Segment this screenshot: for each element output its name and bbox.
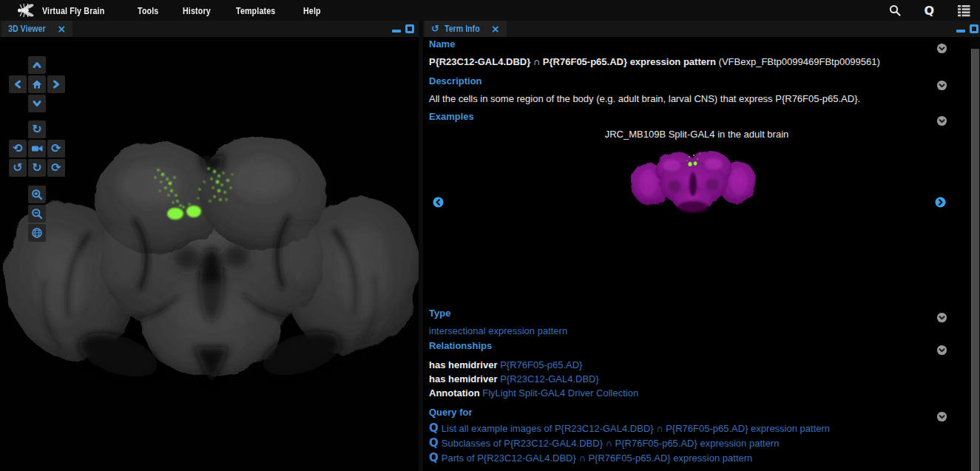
type-value-link[interactable]: intersectional expression pattern <box>429 325 567 336</box>
rotate-loop-icon: ↻ <box>32 123 41 135</box>
globe-icon <box>31 227 43 239</box>
section-label-name: Name <box>429 38 455 50</box>
scrollbar-thumb[interactable] <box>971 49 979 471</box>
term-description: All the cells in some region of the body… <box>429 93 947 104</box>
rotate-ccw-icon: ⟲ <box>13 143 22 155</box>
chevron-left-icon <box>16 81 20 87</box>
query-icon[interactable]: Q <box>924 4 934 18</box>
section-label-examples: Examples <box>429 111 474 122</box>
term-name-value: P{R23C12-GAL4.DBD} ∩ P{R76F05-p65.AD} ex… <box>429 56 947 67</box>
term-info-panel-header: ↺ Term Info × <box>423 21 980 37</box>
relationship-predicate: has hemidriver <box>429 359 498 370</box>
pan-right-button[interactable] <box>47 75 65 93</box>
carousel-next-button[interactable] <box>935 197 946 208</box>
query-link[interactable]: List all example images of P{R23C12-GAL4… <box>442 423 830 434</box>
viewer-minimize-icon[interactable] <box>392 30 401 33</box>
viewer-panel-header: 3D Viewer × <box>0 21 419 37</box>
zoom-in-icon <box>31 189 43 200</box>
relationship-object-link[interactable]: P{R23C12-GAL4.DBD} <box>500 373 599 384</box>
home-icon <box>31 78 43 90</box>
rotate-cw-icon: ⟳ <box>51 162 61 174</box>
collapse-name-button[interactable] <box>936 43 947 54</box>
zoom-out-button[interactable] <box>28 205 46 223</box>
query-row: Q List all example images of P{R23C12-GA… <box>429 421 830 435</box>
term-name-bold: P{R23C12-GAL4.DBD} ∩ P{R76F05-p65.AD} ex… <box>429 56 716 67</box>
section-label-description: Description <box>429 75 482 87</box>
relationship-predicate: has hemidriver <box>429 373 498 384</box>
rotate-reset-button[interactable]: ↻ <box>28 159 46 177</box>
search-icon[interactable] <box>888 4 902 17</box>
menu-item-templates[interactable]: Templates <box>236 5 275 16</box>
example-caption: JRC_MB109B Split-GAL4 in the adult brain <box>423 129 970 140</box>
term-info-content: Name P{R23C12-GAL4.DBD} ∩ P{R76F05-p65.A… <box>423 37 980 471</box>
pan-left-button[interactable] <box>9 75 27 93</box>
query-row: Q Subclasses of P{R23C12-GAL4.DBD} ∩ P{R… <box>429 436 779 450</box>
list-icon[interactable] <box>956 4 971 17</box>
chevron-right-icon <box>55 81 58 87</box>
term-maximize-icon[interactable] <box>970 24 979 33</box>
term-info-scrollbar[interactable] <box>970 37 980 471</box>
home-button[interactable] <box>28 75 46 93</box>
main-menu: Virtual Fly Brain Tools History Template… <box>42 0 325 21</box>
query-link[interactable]: Parts of P{R23C12-GAL4.DBD} ∩ P{R76F05-p… <box>442 453 753 464</box>
collapse-relationships-button[interactable] <box>936 345 947 356</box>
relationship-predicate: Annotation <box>429 387 480 399</box>
viewer-maximize-icon[interactable] <box>405 24 414 33</box>
viewer-tab-close-icon[interactable]: × <box>58 24 67 33</box>
3d-viewer-canvas[interactable]: ↻ ⟲ ⟳ ↺ ↻ ⟳ <box>0 37 419 471</box>
example-image-thumbnail[interactable] <box>630 142 756 216</box>
vfb-fly-logo-icon[interactable] <box>16 2 36 18</box>
menu-item-history[interactable]: History <box>183 5 211 16</box>
query-link[interactable]: Subclasses of P{R23C12-GAL4.DBD} ∩ P{R76… <box>442 438 780 449</box>
relationship-object-link[interactable]: P{R76F05-p65.AD} <box>500 359 582 370</box>
menu-item-virtual-fly-brain[interactable]: Virtual Fly Brain <box>42 5 104 16</box>
query-q-icon: Q <box>429 421 439 435</box>
carousel-prev-button[interactable] <box>433 197 444 208</box>
zoom-out-icon <box>31 208 43 220</box>
pan-down-button[interactable] <box>28 95 46 112</box>
rotate-loop-button[interactable]: ↻ <box>28 121 46 138</box>
zoom-in-button[interactable] <box>28 186 46 203</box>
collapse-type-button[interactable] <box>936 312 947 323</box>
relationship-row: has hemidriver P{R76F05-p65.AD} <box>429 359 582 370</box>
rotate-ccw-icon: ↺ <box>13 162 22 174</box>
term-history-icon[interactable]: ↺ <box>431 24 439 33</box>
menubar-icons: Q <box>888 0 971 21</box>
section-label-query-for: Query for <box>429 407 473 418</box>
tab-3d-viewer[interactable]: 3D Viewer × <box>1 21 72 37</box>
relationship-row: Annotation FlyLight Split-GAL4 Driver Co… <box>429 387 638 399</box>
rotate-circle-icon: ↻ <box>32 162 41 174</box>
rotate-ccw-x-button[interactable]: ⟲ <box>9 140 27 157</box>
term-tab-title: Term Info <box>445 24 480 34</box>
menubar: Virtual Fly Brain Tools History Template… <box>0 0 980 21</box>
menu-item-help[interactable]: Help <box>303 5 321 16</box>
term-minimize-icon[interactable] <box>956 30 965 33</box>
section-label-relationships: Relationships <box>429 340 492 351</box>
collapse-query-for-button[interactable] <box>936 411 947 422</box>
relationship-object-link[interactable]: FlyLight Split-GAL4 Driver Collection <box>482 387 638 399</box>
rotate-ccw-z-button[interactable]: ↺ <box>9 159 27 177</box>
chevron-up-icon <box>34 64 40 67</box>
query-q-icon: Q <box>429 451 439 464</box>
globe-button[interactable] <box>28 224 46 242</box>
term-name-id: (VFBexp_FBtp0099469FBtp0099561) <box>716 56 880 67</box>
tab-term-info[interactable]: ↺ Term Info × <box>425 21 507 37</box>
term-tab-close-icon[interactable]: × <box>491 24 500 33</box>
section-label-type: Type <box>429 308 450 319</box>
query-row: Q Parts of P{R23C12-GAL4.DBD} ∩ P{R76F05… <box>429 451 752 464</box>
camera-button[interactable] <box>28 140 46 157</box>
rotate-cw-z-button[interactable]: ⟳ <box>47 159 65 177</box>
video-camera-icon <box>31 143 44 155</box>
chevron-down-icon <box>34 102 40 106</box>
rotate-cw-x-button[interactable]: ⟳ <box>47 140 65 157</box>
collapse-examples-button[interactable] <box>936 115 947 126</box>
viewer-tab-title: 3D Viewer <box>8 24 46 34</box>
menu-item-tools[interactable]: Tools <box>138 5 158 16</box>
rotate-cw-icon: ⟳ <box>51 143 61 155</box>
collapse-description-button[interactable] <box>936 80 947 91</box>
pan-up-button[interactable] <box>28 56 46 74</box>
query-q-icon: Q <box>429 436 439 450</box>
relationship-row: has hemidriver P{R23C12-GAL4.DBD} <box>429 373 599 384</box>
brain-3d-render <box>0 37 419 471</box>
